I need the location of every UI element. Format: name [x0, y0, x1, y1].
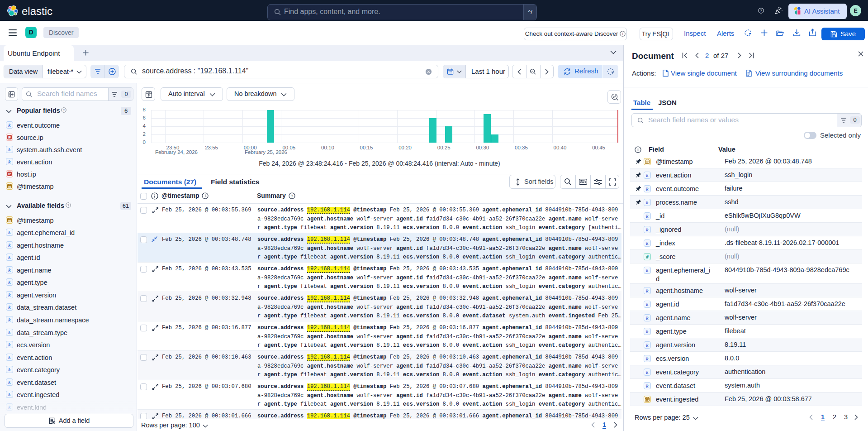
svg-text:#: #	[646, 254, 649, 259]
svg-text:?: ?	[760, 9, 762, 13]
svg-text:IP: IP	[8, 172, 11, 175]
svg-text:?: ?	[63, 109, 65, 112]
svg-text:IP: IP	[8, 135, 11, 139]
svg-text:?: ?	[67, 204, 69, 207]
svg-text:i: i	[622, 32, 623, 36]
